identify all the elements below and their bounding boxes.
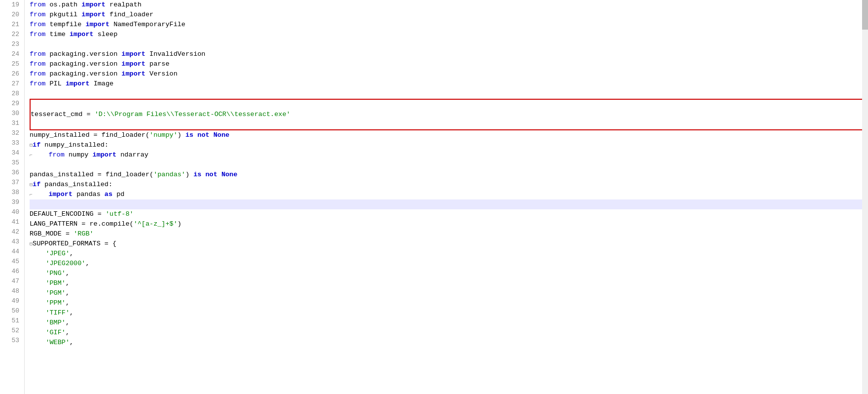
token-plain: [30, 279, 45, 287]
token-kw-import: import: [66, 80, 90, 87]
token-string-single: 'numpy': [149, 131, 178, 139]
code-line: [31, 100, 867, 110]
line-number: 39: [0, 197, 19, 207]
token-kw-import: import: [93, 151, 117, 158]
token-plain: pandas_installed:: [40, 181, 112, 188]
code-line: from os.path import realpath: [30, 0, 868, 10]
token-kw-as: as: [105, 191, 112, 198]
code-line: from packaging.version import InvalidVer…: [30, 49, 868, 59]
token-kw-import: import: [70, 31, 94, 38]
line-number: 43: [0, 237, 19, 247]
token-plain: ): [185, 171, 193, 178]
token-plain: tesseract_cmd =: [31, 111, 95, 118]
token-plain: parse: [145, 60, 170, 68]
line-number: 49: [0, 296, 19, 306]
token-plain: ndarray: [116, 151, 148, 158]
token-plain: [33, 151, 48, 158]
token-plain: ,: [66, 279, 70, 287]
token-plain: LANG_PATTERN = re.: [30, 220, 102, 228]
line-number: 20: [0, 10, 19, 20]
code-line: from PIL import Image: [30, 79, 868, 89]
token-kw-if: if: [33, 141, 40, 149]
code-line: 'PBM',: [30, 278, 868, 288]
token-plain: numpy_installed:: [40, 141, 108, 149]
line-number: 19: [0, 0, 19, 10]
line-number: 27: [0, 79, 19, 89]
token-kw-not: not: [197, 131, 209, 139]
token-kw-is: is: [185, 131, 193, 139]
token-kw-import: import: [81, 1, 106, 8]
token-plain: realpath: [106, 1, 142, 8]
token-plain: ,: [70, 250, 73, 257]
token-string-single: 'D:\\Program Files\\Tesseract-OCR\\tesse…: [95, 111, 290, 118]
token-plain: ,: [66, 299, 70, 307]
code-line: LANG_PATTERN = re.compile('^[a-z_]+$'): [30, 219, 868, 229]
token-string-single: 'TIFF': [45, 309, 70, 316]
token-plain: ): [178, 220, 181, 228]
code-line: ⊟SUPPORTED_FORMATS = {: [30, 239, 868, 249]
code-line: 'JPEG',: [30, 249, 868, 259]
scrollbar-thumb[interactable]: [862, 0, 868, 30]
token-string-single: 'PBM': [45, 279, 66, 287]
token-string-single: 'PNG': [45, 270, 66, 277]
code-line: 'GIF',: [30, 328, 868, 338]
token-plain: packaging.version: [45, 70, 121, 78]
token-plain: [30, 299, 45, 307]
token-string-single: 'BMP': [45, 319, 66, 326]
token-kw-from: from: [30, 21, 45, 28]
line-number: 50: [0, 306, 19, 316]
code-line: DEFAULT_ENCODING = 'utf-8': [30, 209, 868, 219]
token-plain: [210, 131, 214, 139]
code-line: 'PNG',: [30, 269, 868, 278]
token-plain: sleep: [94, 31, 118, 38]
token-kw-None: None: [221, 171, 237, 178]
token-plain: ,: [66, 270, 70, 277]
token-string-single: '^[a-z_]+$': [134, 220, 178, 228]
code-line: tesseract_cmd = 'D:\\Program Files\\Tess…: [31, 110, 867, 119]
line-number: 48: [0, 286, 19, 296]
code-line: [30, 39, 868, 49]
code-line: ⊟if numpy_installed:: [30, 140, 868, 150]
line-number: 24: [0, 49, 19, 59]
token-plain: tempfile: [45, 21, 85, 28]
line-number: 28: [0, 89, 19, 99]
code-line: ⌐ import pandas as pd: [30, 190, 868, 199]
token-plain: pd: [112, 191, 124, 198]
token-kw-not: not: [205, 171, 217, 178]
token-plain: pkgutil: [45, 11, 81, 18]
code-line: [30, 89, 868, 99]
token-kw-from: from: [30, 60, 45, 68]
token-plain: pandas_installed = find_loader(: [30, 171, 153, 178]
token-string-single: 'PPM': [45, 299, 66, 307]
token-kw-import: import: [48, 191, 72, 198]
token-plain: time: [45, 31, 70, 38]
token-plain: [30, 319, 45, 326]
token-plain: packaging.version: [45, 50, 121, 58]
line-number: 22: [0, 30, 19, 39]
token-plain: RGB_MODE =: [30, 230, 73, 237]
token-plain: SUPPORTED_FORMATS = {: [33, 240, 116, 247]
code-line: 'PGM',: [30, 288, 868, 298]
line-number: 29: [0, 99, 19, 109]
code-content[interactable]: from os.path import realpathfrom pkgutil…: [25, 0, 868, 394]
line-number: 21: [0, 20, 19, 30]
vertical-scrollbar[interactable]: [862, 0, 868, 394]
token-string-single: 'utf-8': [106, 210, 134, 218]
code-line: [30, 160, 868, 170]
token-kw-import: import: [81, 11, 106, 18]
line-number: 34: [0, 148, 19, 158]
line-number: 46: [0, 267, 19, 276]
token-kw-import: import: [121, 60, 145, 68]
token-string-single: 'PGM': [45, 289, 66, 297]
token-string-single: 'RGB': [73, 230, 94, 237]
token-plain: [30, 289, 45, 297]
line-number: 38: [0, 188, 19, 197]
line-number: 44: [0, 247, 19, 257]
line-number: 32: [0, 128, 19, 138]
token-kw-from: from: [30, 70, 45, 78]
line-number: 51: [0, 316, 19, 326]
line-number: 36: [0, 168, 19, 178]
token-plain: ,: [66, 319, 70, 326]
token-kw-import: import: [85, 21, 109, 28]
line-number: 35: [0, 158, 19, 168]
